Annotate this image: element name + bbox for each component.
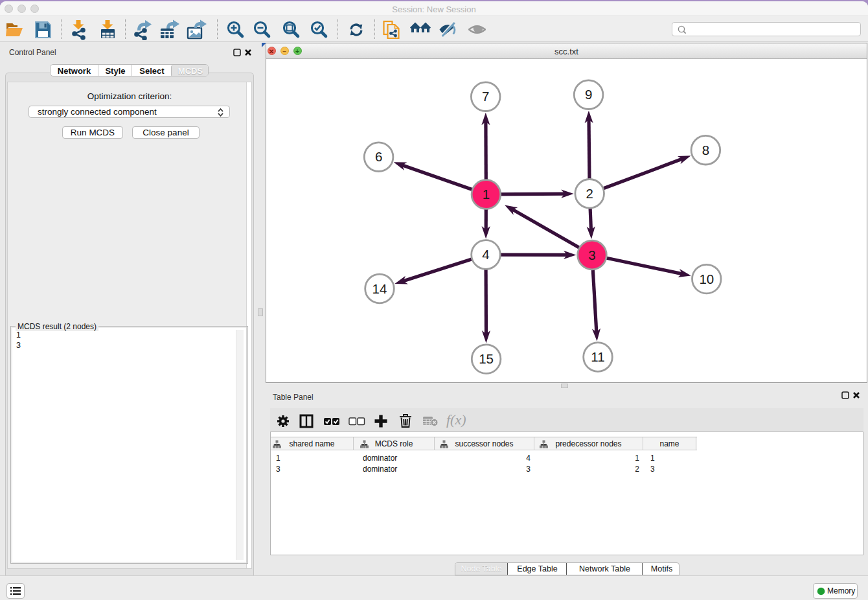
svg-text:9: 9 bbox=[585, 87, 592, 102]
svg-text:11: 11 bbox=[591, 349, 604, 364]
svg-text:3: 3 bbox=[588, 248, 595, 262]
svg-text:14: 14 bbox=[372, 281, 387, 296]
svg-text:2: 2 bbox=[586, 186, 593, 201]
svg-text:4: 4 bbox=[482, 247, 489, 262]
svg-text:7: 7 bbox=[482, 89, 489, 104]
svg-text:8: 8 bbox=[702, 143, 709, 157]
svg-text:1: 1 bbox=[483, 187, 490, 202]
svg-text:6: 6 bbox=[375, 149, 382, 164]
svg-text:15: 15 bbox=[479, 351, 494, 366]
svg-text:10: 10 bbox=[699, 271, 714, 286]
